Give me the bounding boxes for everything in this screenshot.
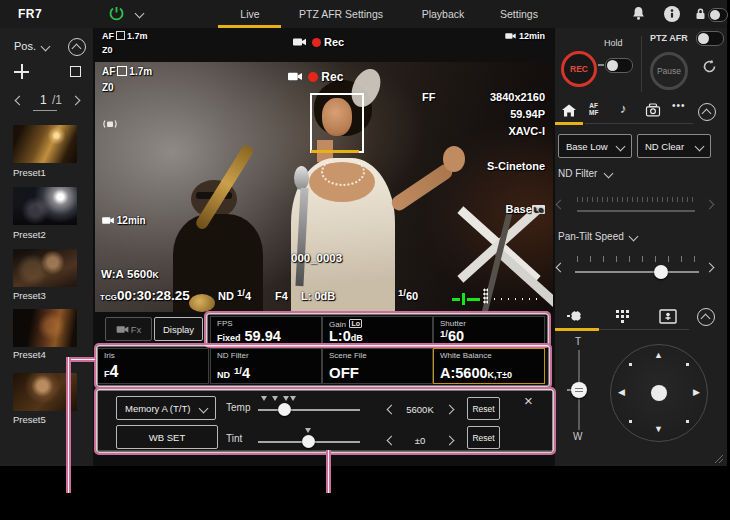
tab-camera-icon[interactable] [645,103,661,117]
osd-timecode: 00:30:28.25 [117,288,190,303]
preset2-thumbnail[interactable] [13,187,77,225]
camera-icon [288,71,302,82]
tab-af-mf-icon[interactable]: AFMF [589,102,598,116]
tab-playback[interactable]: Playback [415,8,471,20]
osd-clip-name: 000_0003 [291,252,342,264]
audio-meter-row [491,297,543,301]
focus-frame-icon [117,66,127,76]
nd-slider-track[interactable] [577,210,695,212]
lock-toggle[interactable] [708,8,728,22]
tab-settings[interactable]: Settings [492,8,546,20]
osd-resolution: 3840x2160 [490,91,545,103]
joystick-tab-baseline [599,329,689,330]
pan-tilt-speed-label[interactable]: Pan-Tilt Speed [558,231,624,242]
position-menu-chevron-icon[interactable] [41,42,51,52]
ptz-afr-toggle[interactable] [696,31,724,46]
notifications-bell-icon[interactable] [631,6,646,22]
tab-tracking-icon[interactable] [659,309,677,324]
nd-clear-dropdown[interactable]: ND Clear [637,134,711,158]
pan-tilt-knob[interactable] [651,385,667,401]
tab-preset-grid-icon[interactable] [615,309,630,324]
page-total: /1 [52,93,62,107]
strip-rec-indicator: Rec [293,36,344,48]
pan-up-arrow[interactable]: ▲ [654,351,663,360]
lock-icon [694,7,707,21]
info-icon[interactable] [664,6,680,22]
nd-filter-section-label[interactable]: ND Filter [558,168,597,179]
tab-more-icon[interactable]: ••• [672,100,686,111]
tab-live[interactable]: Live [222,8,278,20]
stabilizer-off-icon [102,118,118,131]
collapse-sidebar-button[interactable] [68,38,86,56]
live-video-view[interactable]: AF1.7m Z0 Rec 12min FF 3840x2160 59.94P … [95,62,553,312]
annotation-line-left [66,357,71,493]
tab-audio-icon[interactable]: ♪ [620,101,627,116]
chevron-down-icon [695,141,705,151]
annotation-line-center [326,450,331,493]
microphone-head [294,166,309,190]
rec-hold-toggle[interactable] [605,58,633,73]
preset5-label: Preset5 [13,414,46,425]
singer-necklace [321,158,365,186]
preset1-label: Preset1 [13,167,46,178]
active-subtab-underline [555,122,583,125]
focus-indicator-dash [452,298,460,301]
record-dot [308,72,318,82]
screenshot: FR7 Live PTZ AFR Settings Playback Setti… [0,0,730,520]
focus-indicator-bar [462,293,465,305]
preset3-thumbnail[interactable] [13,249,77,287]
pan-right-arrow[interactable]: ▶ [693,388,700,397]
pause-button[interactable]: Pause [650,52,688,90]
face-detection-box [310,93,364,153]
osd-iris: F4 [275,290,288,302]
rec-button[interactable]: REC [561,51,597,87]
active-joystick-tab-underline [555,328,599,331]
focus-indicator-dash [467,298,480,301]
next-page-chevron[interactable] [71,96,81,106]
osd-framerate: 59.94P [510,108,545,120]
tab-ptz-afr-settings[interactable]: PTZ AFR Settings [296,8,386,20]
add-preset-button[interactable] [14,64,29,79]
base-iso-dropdown[interactable]: Base Low [558,134,632,158]
osd-shutter: 1/60 [398,290,418,302]
record-dot [312,38,321,47]
zoom-slider-thumb[interactable] [571,382,587,398]
pt-speed-thumb[interactable] [654,265,668,279]
collapse-panel-button[interactable] [698,103,716,121]
pan-tilt-pad[interactable]: ▲ ▼ ◀ ▶ [610,344,708,442]
tab-joystick-icon[interactable] [566,308,584,325]
picture-effect-button[interactable]: Fx [105,317,152,341]
stop-button[interactable] [70,66,81,77]
pan-down-arrow[interactable]: ▼ [654,425,663,434]
resize-grip[interactable] [714,454,724,464]
osd-base-iso: BaseLo [506,203,545,215]
top-bar: FR7 Live PTZ AFR Settings Playback Setti… [0,0,727,28]
focus-frame-icon [116,31,125,40]
strip-af-distance: AF1.7m [102,31,148,41]
power-menu-chevron-icon[interactable] [135,9,145,19]
preset1-thumbnail[interactable] [13,125,77,163]
restart-icon[interactable] [701,58,718,75]
preset4-thumbnail[interactable] [13,309,77,347]
annotation-box-bottom-row [94,343,552,389]
camera-icon [102,216,114,225]
osd-codec: XAVC-I [509,125,545,137]
face-detection-underline [311,150,359,153]
pan-left-arrow[interactable]: ◀ [618,388,625,397]
audio-meter-columns [483,288,488,304]
collapse-joystick-button[interactable] [697,308,715,326]
power-button[interactable] [108,5,125,22]
tab-home-icon[interactable] [561,103,577,118]
camera-icon [505,32,516,40]
osd-white-balance: W:A 5600K [101,268,159,280]
truss-bar [495,248,553,312]
osd-nd-filter: ND 1/4 [218,290,251,302]
singer-hand [443,146,465,172]
display-button[interactable]: Display [154,317,203,341]
video-status-strip: AF1.7m Z0 Rec 12min [95,28,553,62]
position-menu-label[interactable]: Pos. [14,40,36,52]
pt-speed-track[interactable] [575,271,699,273]
preset-sidebar: Pos. 1 /1 Preset1 Preset2 Preset3 Preset… [0,28,93,466]
prev-page-chevron[interactable] [15,96,25,106]
osd-ff-indicator: FF [422,91,435,103]
